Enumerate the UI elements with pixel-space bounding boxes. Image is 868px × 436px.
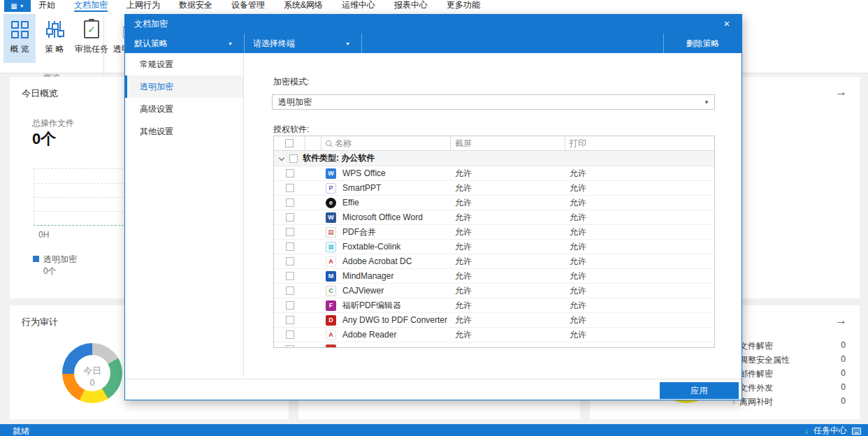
- metric-label: 总操作文件: [32, 117, 74, 129]
- policy-dropdown[interactable]: 默认策略 ▼: [125, 34, 244, 53]
- table-row[interactable]: WMicrosoft Office Word允许允许: [274, 210, 714, 225]
- table-row[interactable]: ▤PDF合并允许允许: [274, 225, 714, 240]
- clipped-app-icon: [326, 344, 336, 349]
- encryption-mode-value: 透明加密: [278, 97, 312, 107]
- row-checkbox[interactable]: [286, 198, 294, 207]
- name-column-header[interactable]: 名称: [321, 136, 451, 150]
- menu-tab-报表中心[interactable]: 报表中心: [394, 0, 428, 12]
- stat-value: 0: [841, 382, 846, 394]
- menu-tab-更多功能[interactable]: 更多功能: [447, 0, 480, 12]
- menu-tab-开始[interactable]: 开始: [38, 0, 55, 12]
- name-cell: PSmartPPT: [321, 181, 451, 195]
- ms-word-icon: W: [326, 212, 336, 223]
- row-checkbox[interactable]: [286, 272, 294, 280]
- authorized-software-label: 授权软件:: [273, 124, 309, 136]
- foxit-pdf-editor-icon: F: [326, 300, 336, 311]
- table-row[interactable]: PSmartPPT允许允许: [274, 181, 714, 196]
- caret-down-icon: ▼: [228, 34, 233, 54]
- nav-item-高级设置[interactable]: 高级设置: [125, 98, 243, 120]
- name-cell: WMicrosoft Office Word: [321, 210, 451, 224]
- legend-swatch: [33, 256, 39, 262]
- any-dwg-pdf-icon: D: [326, 315, 336, 326]
- task-center-button[interactable]: 任务中心: [813, 425, 847, 436]
- table-row[interactable]: MMindManager允许允许: [274, 269, 714, 284]
- nav-item-透明加密[interactable]: 透明加密: [125, 75, 243, 98]
- row-checkbox[interactable]: [286, 286, 294, 295]
- name-cell: DAny DWG to PDF Converter: [321, 313, 451, 327]
- stat-row-调整安全属性: 调整安全属性0: [739, 354, 846, 366]
- screenshot-permission: 允许: [451, 284, 565, 298]
- encryption-mode-label: 加密模式:: [273, 76, 309, 88]
- name-cell: ▤PDF合并: [321, 225, 451, 239]
- menu-tab-系统&网络[interactable]: 系统&网络: [284, 0, 323, 12]
- row-checkbox[interactable]: [286, 257, 294, 266]
- table-row[interactable]: eEffie允许允许: [274, 196, 714, 210]
- status-ready-text: 就绪: [13, 426, 29, 436]
- table-row[interactable]: WWPS Office允许允许: [274, 166, 714, 181]
- row-checkbox[interactable]: [286, 301, 294, 310]
- select-all-checkbox[interactable]: [285, 139, 294, 147]
- right-arrow-icon[interactable]: →: [835, 85, 847, 99]
- nav-item-常规设置[interactable]: 常规设置: [125, 53, 243, 75]
- name-cell: AAdobe Reader: [321, 328, 451, 342]
- card-title: 今日概览: [22, 87, 58, 100]
- app-name: 福昕PDF编辑器: [342, 300, 401, 312]
- row-checkbox[interactable]: [286, 213, 294, 221]
- chevron-down-icon[interactable]: [279, 154, 284, 160]
- table-row[interactable]: CCAJViewer允许允许: [274, 284, 714, 298]
- print-permission: 允许: [565, 181, 714, 195]
- encryption-mode-select[interactable]: 透明加密 ▼: [272, 94, 715, 110]
- monitor-icon[interactable]: [852, 428, 861, 435]
- group-checkbox[interactable]: [289, 154, 298, 163]
- table-row[interactable]: DAny DWG to PDF Converter允许允许: [274, 313, 714, 328]
- menu-tab-上网行为[interactable]: 上网行为: [126, 0, 160, 12]
- table-row[interactable]: AAdobe Acrobat DC允许允许: [274, 254, 714, 269]
- table-row-partial[interactable]: [274, 342, 714, 348]
- right-arrow-icon[interactable]: →: [835, 314, 847, 328]
- delete-policy-button[interactable]: 删除策略: [663, 34, 742, 53]
- row-checkbox[interactable]: [286, 184, 294, 192]
- table-row[interactable]: F福昕PDF编辑器允许允许: [274, 298, 714, 313]
- stat-label: 文件解密: [739, 340, 773, 352]
- grid-icon: [11, 21, 29, 38]
- name-cell: F福昕PDF编辑器: [321, 298, 451, 312]
- menu-tab-文档加密[interactable]: 文档加密: [74, 0, 108, 12]
- app-name: WPS Office: [342, 168, 386, 178]
- row-checkbox[interactable]: [286, 316, 294, 324]
- app-menu-button[interactable]: ▦▼: [4, 0, 31, 12]
- row-checkbox[interactable]: [286, 330, 294, 339]
- row-checkbox[interactable]: [286, 228, 294, 236]
- menu-tab-设备管理[interactable]: 设备管理: [231, 0, 265, 12]
- apply-button[interactable]: 应用: [660, 382, 739, 399]
- menu-tab-数据安全[interactable]: 数据安全: [179, 0, 212, 12]
- screenshot-permission: 允许: [451, 298, 565, 312]
- stat-label: 调整安全属性: [739, 354, 790, 366]
- spacer-cell: [305, 181, 321, 195]
- card-title: 行为审计: [22, 316, 58, 328]
- software-group-row[interactable]: 软件类型: 办公软件: [274, 151, 714, 166]
- stat-label: 邮件解密: [739, 368, 773, 380]
- row-checkbox[interactable]: [286, 169, 294, 177]
- app-name: Foxtable-Colink: [342, 242, 400, 252]
- screenshot-permission: 允许: [451, 269, 565, 283]
- print-column-header[interactable]: 打印: [565, 136, 714, 150]
- close-icon[interactable]: ×: [719, 15, 735, 34]
- spacer-cell: [305, 284, 321, 298]
- policy-dropdown-value: 默认策略: [134, 38, 168, 48]
- screenshot-column-header[interactable]: 截屏: [451, 136, 565, 150]
- nav-item-其他设置[interactable]: 其他设置: [125, 120, 243, 143]
- table-row[interactable]: AAdobe Reader允许允许: [274, 328, 714, 342]
- name-cell: eEffie: [321, 196, 451, 210]
- menu-tabs: 开始文档加密上网行为数据安全设备管理系统&网络运维中心报表中心更多功能: [38, 0, 480, 12]
- row-checkbox[interactable]: [286, 242, 294, 251]
- ribbon-button-overview[interactable]: 概 览: [3, 14, 36, 63]
- menu-tab-运维中心[interactable]: 运维中心: [342, 0, 375, 12]
- ribbon-button-policy[interactable]: 策 略: [39, 14, 70, 63]
- checkbox-cell: [274, 328, 305, 342]
- terminal-dropdown[interactable]: 请选择终端 ▼: [244, 34, 361, 53]
- table-row[interactable]: ▦Foxtable-Colink允许允许: [274, 240, 714, 254]
- row-checkbox[interactable]: [286, 345, 294, 348]
- dialog-toolbar: 默认策略 ▼ 请选择终端 ▼ 删除策略: [125, 34, 742, 53]
- app-name: MindManager: [342, 271, 393, 281]
- ribbon-button-approval-tasks[interactable]: ✓ 审批任务: [73, 14, 110, 63]
